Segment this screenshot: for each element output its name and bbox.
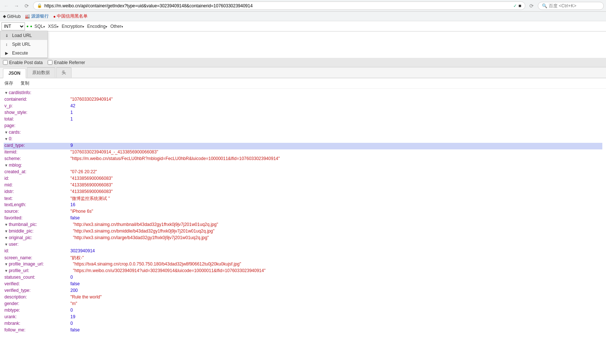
encryption-button[interactable]: Encryption — [61, 24, 85, 29]
profile-url-val: "https://m.weibo.cn/u/3023940914?uid=302… — [73, 268, 265, 273]
created-at-val: "07-26 20:22" — [70, 169, 97, 174]
execute-icon: ▶ — [4, 51, 9, 56]
other-button[interactable]: Other — [110, 24, 124, 29]
reload-button[interactable]: ⟳ — [23, 2, 31, 10]
load-url-menu-item[interactable]: ⇓ Load URL — [0, 31, 47, 40]
created-at-key: created_at: — [4, 169, 70, 174]
dot-green-2: ● — [30, 24, 32, 28]
enable-post-checkbox[interactable] — [3, 60, 8, 65]
context-menu: ⇓ Load URL ↕ Split URL ▶ Execute — [0, 31, 48, 58]
mblog-expand[interactable]: ▼ — [4, 163, 8, 167]
favorited-val: false — [70, 215, 80, 220]
json-toolbar: 保存 复制 — [0, 78, 606, 89]
github-icon: ◆ — [3, 14, 6, 19]
scheme-row: scheme: "https://m.weibo.cn/status/FecLU… — [4, 156, 602, 163]
cardlistInfo-expand[interactable]: ▼ — [4, 91, 8, 95]
card0-expand[interactable]: ▼ — [4, 137, 8, 141]
follow-me-row: follow_me: false — [4, 327, 602, 334]
vp-val: 42 — [70, 103, 75, 108]
user-id-row: id: 3023940914 — [4, 248, 602, 255]
user-row: ▼ user: — [4, 242, 602, 248]
total-row: total: 1 — [4, 116, 602, 123]
profile-image-val: "https://tva4.sinaimg.cn/crop.0.0.750.75… — [73, 261, 241, 267]
user-id-key: id: — [4, 248, 70, 253]
description-key: description: — [4, 294, 70, 300]
sql-button[interactable]: SQL — [34, 24, 46, 29]
search-input[interactable] — [549, 3, 596, 8]
cards-expand[interactable]: ▼ — [4, 130, 8, 134]
profile-url-expand[interactable]: ▼ — [4, 269, 8, 273]
bmiddle-key: bmiddle_pic: — [9, 229, 73, 234]
enable-post-label[interactable]: Enable Post data — [3, 60, 43, 65]
user-expand[interactable]: ▼ — [4, 242, 8, 246]
blacklist-icon: ● — [53, 14, 56, 19]
type-select[interactable]: INT STR FLOAT — [1, 22, 25, 30]
tab-raw[interactable]: 原始数据 — [27, 67, 55, 78]
page-row: page: — [4, 123, 602, 130]
id-val: "4133856900066083" — [70, 176, 113, 181]
hackbar: INT STR FLOAT ● ● SQL XSS Encryption Enc… — [0, 21, 606, 31]
tab-json[interactable]: JSON — [3, 68, 26, 78]
save-button[interactable]: 保存 — [3, 79, 15, 87]
bookmark-yuanxing-label: 源源银行 — [31, 13, 49, 19]
gender-row: gender: "m" — [4, 301, 602, 308]
split-url-icon: ↕ — [4, 42, 9, 47]
thumbnail-val: "http://wx3.sinaimg.cn/thumbnail/b43dad3… — [73, 222, 218, 227]
encoding-button[interactable]: Encoding — [87, 24, 108, 29]
enable-referrer-label[interactable]: Enable Referrer — [48, 60, 85, 65]
thumbnail-expand[interactable]: ▼ — [4, 223, 8, 227]
bmiddle-expand[interactable]: ▼ — [4, 229, 8, 233]
card-type-key: card_type: — [4, 143, 70, 148]
forward-button[interactable]: → — [12, 2, 21, 10]
show-style-row: show_style: 1 — [4, 110, 602, 116]
copy-button[interactable]: 复制 — [19, 79, 31, 87]
idstr-row: idstr: "4133856900066083" — [4, 189, 602, 196]
url-input[interactable] — [44, 3, 511, 8]
tab-head[interactable]: 头 — [56, 67, 71, 78]
containerid-key: containerid: — [4, 97, 70, 102]
original-expand[interactable]: ▼ — [4, 236, 8, 240]
lock-icon: 🔒 — [37, 3, 42, 8]
bookmark-blacklist-label: 中国信用黑名单 — [57, 13, 88, 19]
enable-referrer-checkbox[interactable] — [48, 60, 52, 65]
mblog-row: ▼ mblog: — [4, 163, 602, 169]
mbtype-val: 0 — [70, 308, 73, 313]
back-button[interactable]: ← — [2, 2, 10, 10]
bookmark-blacklist[interactable]: ● 中国信用黑名单 — [53, 13, 88, 19]
idstr-key: idstr: — [4, 189, 70, 194]
id-key: id: — [4, 176, 70, 181]
bookmark-yuanxing[interactable]: 🏭 源源银行 — [25, 13, 49, 19]
profile-url-row: ▼ profile_url: "https://m.weibo.cn/u/302… — [4, 268, 602, 275]
browser-refresh-button[interactable]: ⟳ — [528, 2, 536, 10]
itemid-row: itemid: "1076033023940914_-_413385690006… — [4, 149, 602, 156]
screen-name-row: screen_name: "奶权-" — [4, 255, 602, 261]
verified-key: verified: — [4, 281, 70, 286]
mbrank-row: mbrank: 0 — [4, 321, 602, 327]
execute-menu-item[interactable]: ▶ Execute — [0, 49, 47, 57]
source-row: source: "iPhone 6s" — [4, 209, 602, 215]
split-url-menu-item[interactable]: ↕ Split URL — [0, 40, 47, 49]
json-viewer: ▼ cardlistInfo: containerid: "1076033023… — [0, 89, 606, 335]
bookmark-github[interactable]: ◆ GitHub — [3, 14, 21, 19]
show-style-key: show_style: — [4, 110, 70, 115]
execute-label: Execute — [12, 51, 28, 56]
profile-image-expand[interactable]: ▼ — [4, 262, 8, 266]
scheme-val: "https://m.weibo.cn/status/FecLU0hbR?mbl… — [70, 156, 280, 161]
follow-me-key: follow_me: — [4, 327, 70, 333]
mbtype-row: mbtype: 0 — [4, 308, 602, 314]
containerid-val: "1076033023940914" — [70, 97, 113, 102]
favorited-row: favorited: false — [4, 215, 602, 222]
extension-icons: ✓ ■ — [513, 3, 521, 8]
mid-key: mid: — [4, 182, 70, 187]
textlength-row: textLength: 16 — [4, 202, 602, 209]
screen-name-val: "奶权-" — [70, 255, 84, 261]
gender-val: "m" — [70, 301, 77, 306]
ext-icon: ■ — [518, 3, 521, 8]
card0-row: ▼ 0: — [4, 136, 602, 143]
verified-val: false — [70, 281, 80, 286]
thumbnail-key: thumbnail_pic: — [9, 222, 73, 227]
idstr-val: "4133856900066083" — [70, 189, 113, 194]
gender-key: gender: — [4, 301, 70, 306]
xss-button[interactable]: XSS — [47, 24, 59, 29]
page-key: page: — [4, 123, 70, 128]
